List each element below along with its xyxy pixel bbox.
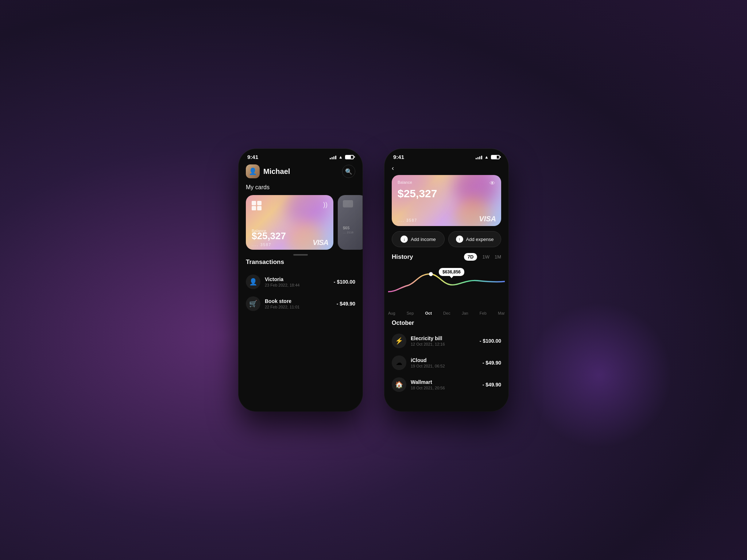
chart-label-feb: Feb [480, 311, 487, 315]
chart-container: $636,856 [384, 265, 508, 309]
filter-7d[interactable]: 7D [464, 253, 477, 261]
october-transactions: ⚡ Elecricity bill 12 Oct 2021, 12:16 - $… [384, 330, 508, 411]
card2-balance: $65 [343, 226, 362, 230]
signal-bar-3 [333, 156, 334, 159]
chip-sq-1 [252, 201, 256, 205]
trans-name-elec: Elecricity bill [411, 335, 480, 341]
status-time-1: 9:41 [247, 154, 258, 160]
user-name: Michael [263, 167, 290, 176]
card1-number: .... 3587 [252, 243, 271, 247]
card-2[interactable]: $65 .... 2116 [338, 195, 363, 250]
user-info: 👤 Michael [246, 164, 290, 178]
battery-icon-2 [491, 155, 500, 159]
card-full[interactable]: Balance 👁 $25,327 .... 3587 VISA [392, 175, 501, 226]
chart-label-oct: Oct [425, 311, 432, 315]
table-row: 🏠 Wallmart 18 Oct 2021, 20:56 - $49.90 [392, 374, 501, 396]
phone-1: 9:41 ▲ 👤 Michael 🔍 [239, 149, 363, 411]
signal-icon [330, 155, 336, 159]
month-label: October [384, 318, 508, 330]
transaction-icon-cart: 🛒 [246, 296, 260, 311]
transaction-name-1: Victoria [265, 276, 334, 282]
transaction-info-2: Book store 22 Feb 2022, 11:01 [265, 298, 337, 309]
chart-label-jan: Jan [462, 311, 468, 315]
avatar: 👤 [246, 164, 260, 178]
card1-network: VISA [313, 238, 328, 247]
chart-label-aug: Aug [388, 311, 395, 315]
filter-1w[interactable]: 1W [482, 254, 489, 260]
transaction-name-2: Book store [265, 298, 337, 304]
trans-info-icloud: iCloud 19 Oct 2021, 06:52 [411, 357, 483, 368]
chip-sq-3 [252, 206, 256, 210]
trans-info-wallmart: Wallmart 18 Oct 2021, 20:56 [411, 379, 483, 390]
status-icons-1: ▲ [330, 155, 354, 160]
transaction-amount-2: - $49.90 [337, 301, 355, 307]
home-icon: 🏠 [392, 377, 406, 392]
signal-icon-2 [476, 155, 482, 159]
trans-date-elec: 12 Oct 2021, 12:16 [411, 342, 480, 346]
card1-balance-amount: $25,327 [252, 230, 286, 242]
trans-name-icloud: iCloud [411, 357, 483, 363]
chart-line [388, 274, 505, 292]
battery-icon [345, 155, 354, 159]
trans-name-wallmart: Wallmart [411, 379, 483, 385]
chart-data-point [429, 272, 433, 276]
hide-icon[interactable]: 👁 [489, 180, 495, 187]
cloud-icon: ☁ [392, 355, 406, 370]
wifi-icon-2: ▲ [484, 155, 489, 160]
chart-label-sep: Sep [407, 311, 414, 315]
cards-scroll: )) Balance $25,327 .... 3587 VISA $65 ..… [239, 195, 363, 250]
card-full-number: .... 3587 [398, 218, 417, 222]
cards-section-title: My cards [239, 183, 363, 195]
card-1[interactable]: )) Balance $25,327 .... 3587 VISA [246, 195, 333, 250]
card-chip [252, 201, 262, 210]
electricity-icon: ⚡ [392, 334, 406, 348]
search-button[interactable]: 🔍 [342, 165, 355, 178]
table-row: ⚡ Elecricity bill 12 Oct 2021, 12:16 - $… [392, 330, 501, 352]
nfc-icon: )) [323, 201, 328, 209]
add-income-button[interactable]: ↓ Add income [392, 231, 445, 247]
card2-number: .... 2116 [343, 231, 362, 234]
history-header: History 7D 1W 1M [384, 253, 508, 265]
chart-label-dec: Dec [443, 311, 450, 315]
wifi-icon: ▲ [338, 155, 343, 160]
drag-indicator [293, 254, 308, 256]
action-buttons: ↓ Add income ↑ Add expense [384, 231, 508, 253]
trans-info-elec: Elecricity bill 12 Oct 2021, 12:16 [411, 335, 480, 346]
table-row: 🛒 Book store 22 Feb 2022, 11:01 - $49.90 [246, 293, 355, 315]
transaction-date-1: 23 Feb 2022, 18:44 [265, 283, 334, 287]
card-full-balance: $25,327 [398, 187, 437, 200]
back-button[interactable]: ‹ [384, 163, 508, 175]
chart-label-mar: Mar [498, 311, 505, 315]
income-arrow-icon: ↓ [400, 236, 408, 243]
add-expense-label: Add expense [466, 237, 494, 242]
chip-sq-2 [257, 201, 262, 205]
expense-arrow-icon: ↑ [456, 236, 463, 243]
table-row: ☁ iCloud 19 Oct 2021, 06:52 - $49.90 [392, 352, 501, 374]
header-row-1: 👤 Michael 🔍 [239, 163, 363, 183]
phones-container: 9:41 ▲ 👤 Michael 🔍 [239, 149, 508, 411]
time-filters: 7D 1W 1M [464, 253, 501, 261]
transaction-date-2: 22 Feb 2022, 11:01 [265, 305, 337, 309]
signal-bar-2 [332, 157, 333, 159]
filter-1m[interactable]: 1M [495, 254, 501, 260]
transaction-icon-person: 👤 [246, 275, 260, 289]
transaction-info-1: Victoria 23 Feb 2022, 18:44 [265, 276, 334, 287]
battery-fill-2 [492, 156, 497, 159]
card-full-network: VISA [479, 215, 496, 223]
status-bar-1: 9:41 ▲ [239, 149, 363, 163]
trans-amount-wallmart: - $49.90 [483, 382, 501, 388]
trans-date-wallmart: 18 Oct 2021, 20:56 [411, 386, 483, 390]
trans-amount-elec: - $100.00 [480, 338, 501, 344]
add-expense-button[interactable]: ↑ Add expense [448, 231, 501, 247]
phone-2: 9:41 ▲ ‹ Balance 👁 $2 [384, 149, 508, 411]
card2-chip [343, 200, 353, 207]
battery-fill [346, 156, 351, 159]
chart-tooltip: $636,856 [439, 268, 464, 276]
history-title: History [392, 253, 464, 261]
status-icons-2: ▲ [476, 155, 500, 160]
table-row: 👤 Victoria 23 Feb 2022, 18:44 - $100.00 [246, 271, 355, 293]
add-income-label: Add income [411, 237, 436, 242]
chip-sq-4 [257, 206, 262, 210]
transactions-section: Transactions 👤 Victoria 23 Feb 2022, 18:… [239, 258, 363, 411]
signal-bar-1 [330, 158, 331, 159]
